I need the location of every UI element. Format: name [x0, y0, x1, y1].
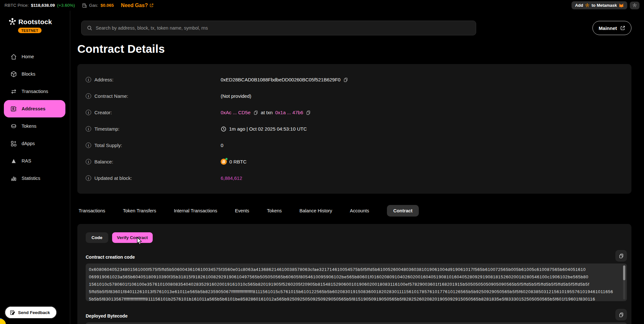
creation-code-scrollbar[interactable] [623, 265, 625, 300]
sidebar-item-blocks[interactable]: Blocks [0, 65, 70, 83]
triangle-icon [10, 157, 17, 164]
detail-label: Timestamp: [94, 126, 120, 132]
sidebar-item-label: Transactions [22, 89, 48, 94]
network-switch-button[interactable]: Mainnet [592, 21, 631, 35]
creation-code-line: 1561010c5780601f106100e35761010080835404… [89, 281, 619, 288]
grid-plus-icon [10, 140, 17, 147]
detail-row: i Contract Name: (Not provided) [86, 88, 623, 104]
copy-creation-code-button[interactable] [615, 250, 627, 262]
tab-bar: TransactionsToken TransfersInternal Tran… [79, 204, 631, 217]
sidebar-item-addresses[interactable]: Addresses [4, 100, 65, 117]
block-link[interactable]: 6,884,612 [221, 175, 242, 181]
detail-value-text: 0xED28BCAD0B1088FbdbeDD00260BC05f521B629… [221, 77, 341, 82]
sidebar-item-label: Addresses [22, 106, 45, 111]
tab-accounts[interactable]: Accounts [350, 208, 369, 213]
sidebar-item-dapps[interactable]: dApps [0, 135, 70, 152]
sidebar-item-home[interactable]: Home [0, 48, 70, 65]
sidebar-item-label: dApps [22, 141, 35, 146]
sidebar-item-transactions[interactable]: Transactions [0, 83, 70, 100]
creation-code-line: 0x608060405234801561000f575f5ffd5b506004… [89, 266, 619, 273]
detail-row: i Creator: 0xAc ... CD5eat txn0x1a ... 4… [86, 104, 623, 121]
sidebar-item-ras[interactable]: RAS [0, 152, 70, 170]
address-link[interactable]: 0x1a ... 47b6 [275, 110, 303, 115]
info-icon: i [86, 126, 91, 132]
chat-widget-sliver[interactable] [0, 319, 6, 324]
detail-label: Address: [94, 77, 113, 82]
topbar: RBTC Price: $118,638.09 (+3.60%) Gas: $0… [0, 0, 644, 11]
rootstock-logo-icon [8, 18, 16, 26]
brand[interactable]: Rootstock TESTNET [0, 11, 70, 33]
tab-events[interactable]: Events [235, 208, 249, 213]
deployed-bytecode-box[interactable]: 0x608060405234801561000f575f5ffd5b506040… [86, 322, 627, 324]
detail-value-text: at txn [261, 110, 273, 115]
detail-value-text: 0 RBTC [229, 159, 246, 164]
external-link-icon [149, 3, 154, 7]
detail-value-text: (Not provided) [221, 93, 251, 99]
sidebar-item-label: Blocks [22, 71, 35, 77]
rootstock-flower-icon [632, 3, 637, 8]
mouse-cursor [137, 237, 144, 245]
brand-name: Rootstock [18, 18, 52, 26]
info-icon: i [86, 175, 91, 181]
rootstock-token-icon [585, 3, 590, 8]
copy-icon [619, 312, 624, 318]
tab-balance-history[interactable]: Balance History [300, 208, 332, 213]
code-button[interactable]: Code [86, 232, 108, 243]
detail-label: Balance: [94, 159, 113, 164]
gas-pump-icon [82, 3, 87, 8]
creation-code-line: 069919061023a565b60405180910390f35b31815… [89, 273, 619, 281]
creation-code-box[interactable]: 0x608060405234801561000f575f5ffd5b506004… [86, 264, 627, 301]
sidebar-item-tokens[interactable]: Tokens [0, 117, 70, 135]
info-icon: i [86, 110, 91, 115]
need-gas-link[interactable]: Need Gas? [121, 3, 154, 8]
address-link[interactable]: 0xAc ... CD5e [221, 110, 251, 115]
sidebar-item-label: Home [22, 54, 34, 59]
copy-icon[interactable] [343, 77, 348, 82]
info-icon: i [86, 77, 91, 82]
detail-row: i Timestamp: 1m ago | Oct 02 2025 04:53:… [86, 121, 623, 137]
deployed-bytecode-label: Deployed Bytecode [86, 313, 128, 319]
copy-icon[interactable] [306, 110, 311, 115]
tab-token-transfers[interactable]: Token Transfers [123, 208, 156, 213]
search-bar[interactable] [81, 21, 476, 35]
testnet-badge: TESTNET [18, 28, 42, 33]
contact-card-icon [10, 105, 17, 112]
coin-icon [10, 123, 17, 130]
cube-icon [10, 70, 17, 78]
metamask-fox-icon [619, 3, 624, 8]
external-link-icon [620, 25, 625, 31]
rbtc-price-change: (+3.60%) [57, 3, 75, 8]
tab-tokens[interactable]: Tokens [267, 208, 282, 213]
creation-code-line: 5ffd5b5f5f83601f84011261013f5761013e6101… [89, 288, 619, 295]
contract-code-panel: Code Verify Contract Contract creation c… [77, 224, 631, 324]
search-icon [87, 25, 92, 31]
sidebar: Rootstock TESTNET Home Blocks Transactio… [0, 11, 70, 324]
clock-icon [221, 126, 226, 132]
add-rbtc-to-metamask-button[interactable]: Add to Metamask [572, 1, 627, 9]
feedback-pencil-icon [10, 310, 15, 315]
tab-transactions[interactable]: Transactions [79, 208, 105, 213]
verify-contract-button[interactable]: Verify Contract [112, 232, 153, 243]
rbtc-price-label: RBTC Price: [5, 3, 29, 8]
detail-label: Contract Name: [94, 93, 128, 99]
search-input[interactable] [96, 25, 471, 31]
sidebar-item-label: Tokens [22, 124, 36, 129]
creation-code-label: Contract creation code [86, 255, 135, 260]
swap-arrows-icon [10, 88, 17, 95]
detail-row: i Balance: B0 RBTC [86, 153, 623, 170]
copy-deployed-bytecode-button[interactable] [615, 309, 627, 320]
main-content: Mainnet Contract Details i Address: 0xED… [70, 11, 644, 324]
rootstock-apps-button[interactable] [630, 2, 639, 9]
tab-contract[interactable]: Contract [387, 205, 419, 217]
home-icon [10, 53, 17, 60]
info-icon: i [86, 93, 91, 99]
send-feedback-button[interactable]: Send Feedback [5, 306, 57, 319]
detail-label: Updated at block: [94, 175, 132, 181]
gas-group: Gas: $0.065 [82, 3, 114, 8]
creation-code-line: 5b5b5f83013567ffffffffffffffff811156101b… [89, 295, 619, 301]
contract-details-card: i Address: 0xED28BCAD0B1088FbdbeDD00260B… [77, 64, 631, 194]
copy-icon[interactable] [253, 110, 258, 115]
tab-internal-transactions[interactable]: Internal Transactions [174, 208, 217, 213]
detail-value-text: 1m ago | Oct 02 2025 04:53:10 UTC [229, 126, 307, 132]
sidebar-item-statistics[interactable]: Statistics [0, 170, 70, 187]
